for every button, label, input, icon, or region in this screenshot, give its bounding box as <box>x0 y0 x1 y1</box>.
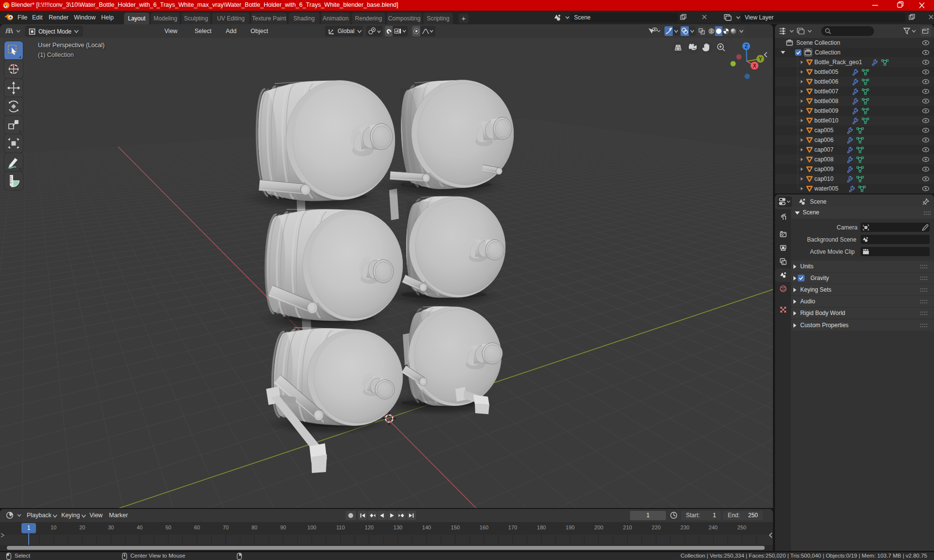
svg-text:Z: Z <box>745 44 748 49</box>
svg-text:Y: Y <box>759 56 762 62</box>
svg-text:X: X <box>753 63 756 69</box>
